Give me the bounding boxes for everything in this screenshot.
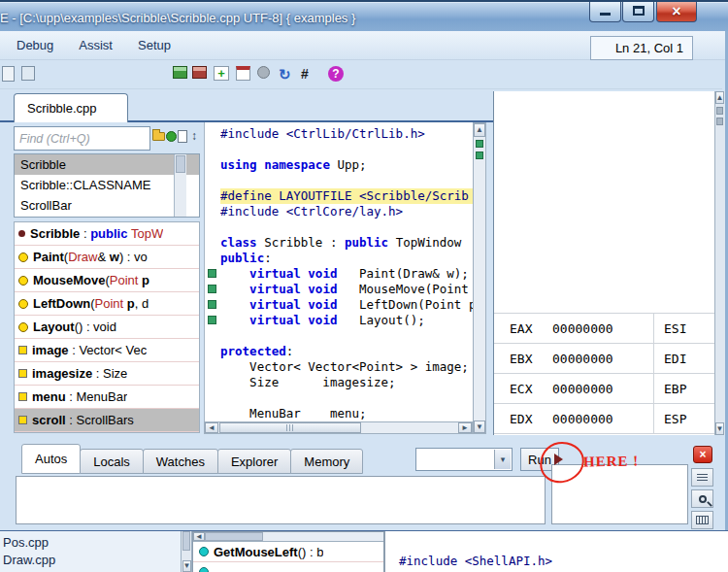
code-line[interactable] [205, 219, 473, 235]
register-row[interactable]: EDX00000000ESP [494, 404, 715, 434]
code-line[interactable]: virtual void MouseMove(Point p, dword); [205, 282, 473, 297]
symbol-list-item[interactable]: Scribble::CLASSNAME [15, 175, 199, 195]
hash-button[interactable]: # [301, 66, 309, 82]
menu-item-debug[interactable]: Debug [17, 38, 53, 52]
autos-list[interactable] [16, 476, 546, 524]
gutter-cell[interactable] [205, 282, 220, 297]
code-line[interactable] [205, 390, 473, 406]
gutter-cell[interactable] [205, 157, 220, 173]
folder-button[interactable] [151, 129, 165, 143]
add-table-button[interactable]: + [214, 66, 229, 81]
gutter-cell[interactable] [205, 297, 220, 313]
panel-scrollbar[interactable]: ▲ ▼ [714, 91, 728, 435]
register-row[interactable]: ECX00000000EBP [494, 374, 715, 404]
member-list-item[interactable]: imagesize : Size [15, 362, 199, 386]
code-line[interactable]: protected: [205, 344, 473, 359]
build-debug-button[interactable] [173, 66, 187, 79]
symbol-list-scrollbar[interactable] [174, 154, 186, 217]
gutter-cell[interactable] [205, 375, 220, 390]
code-line[interactable]: virtual void Layout(); [205, 313, 473, 328]
scroll-up-button[interactable]: ▲ [474, 123, 485, 137]
symbol-list-item[interactable]: Scribble [15, 154, 199, 175]
minimize-button[interactable] [589, 2, 621, 22]
menu-item-setup[interactable]: Setup [138, 38, 171, 52]
grip-button[interactable] [691, 468, 713, 487]
gutter-cell[interactable] [205, 359, 220, 375]
gutter-cell[interactable] [205, 219, 220, 235]
panel-close-button[interactable]: × [693, 446, 712, 463]
code-line[interactable] [205, 173, 473, 188]
scroll-down-button[interactable]: ▼ [182, 560, 191, 572]
ass ist-hscrollbar[interactable]: ◄ [193, 532, 383, 542]
scrollbar-thumb[interactable] [182, 531, 190, 551]
register-row[interactable]: EBX00000000EDI [494, 344, 715, 374]
chevron-down-icon[interactable]: ▾ [494, 450, 511, 469]
gutter-cell[interactable] [205, 204, 220, 219]
calendar-button[interactable] [236, 66, 250, 81]
member-list-item[interactable]: menu : MenuBar [15, 386, 199, 409]
tab-explorer[interactable]: Explorer [217, 449, 291, 474]
tab-scribble-cpp[interactable]: Scribble.cpp [14, 93, 128, 122]
member-list-item[interactable] [193, 562, 383, 572]
register-row[interactable]: EAX00000000ESI [494, 314, 715, 344]
code-line[interactable]: MenuBar menu; [205, 406, 473, 421]
tab-memory[interactable]: Memory [290, 449, 363, 474]
member-list-item[interactable]: GetMouseLeft() : b [193, 542, 383, 562]
scroll-left-button[interactable]: ◄ [205, 422, 218, 433]
code-line[interactable]: Size imagesize; [205, 375, 473, 390]
code-line[interactable]: Vector< Vector<Point> > image; [205, 359, 473, 375]
scroll-down-button[interactable]: ▼ [474, 421, 485, 433]
gutter-cell[interactable] [205, 344, 220, 359]
member-list-item[interactable]: image : Vector< Vec [15, 339, 199, 362]
tool-page-icon[interactable] [2, 66, 15, 82]
code-line[interactable]: using namespace Upp; [205, 157, 473, 173]
code-line[interactable]: #define LAYOUTFILE <Scribble/Scrib [205, 188, 473, 204]
memory-button[interactable] [691, 511, 713, 529]
run-disabled-button[interactable] [257, 66, 270, 79]
gutter-cell[interactable] [205, 251, 220, 266]
scroll-down-button[interactable]: ▼ [715, 422, 724, 435]
file-list-item[interactable]: Pos.cpp [0, 533, 181, 551]
zoom-button[interactable] [691, 489, 713, 508]
close-button[interactable]: × [656, 2, 697, 22]
gutter-cell[interactable] [205, 313, 220, 328]
editor-vscrollbar[interactable]: ▲ ▼ [473, 122, 486, 434]
member-list-item[interactable]: Paint(Draw& w) : vo [15, 246, 199, 269]
gutter-cell[interactable] [205, 235, 220, 251]
editor-hscrollbar[interactable]: ◄ ► [204, 421, 473, 434]
refresh-button[interactable]: ↻ [279, 66, 291, 84]
file-list-item[interactable]: Draw.cpp [0, 551, 181, 568]
code-line[interactable]: #include <CtrlLib/CtrlLib.h> [205, 126, 473, 142]
find-input[interactable] [14, 126, 150, 151]
scrollbar-thumb[interactable] [176, 155, 185, 173]
member-list-item[interactable]: MouseMove(Point p [15, 269, 199, 292]
gutter-cell[interactable] [205, 328, 220, 344]
gutter-cell[interactable] [205, 126, 220, 142]
scrollbar-thumb[interactable] [219, 422, 361, 433]
help-button[interactable]: ? [328, 66, 344, 82]
scroll-right-button[interactable]: ► [458, 422, 472, 433]
code-line[interactable] [205, 142, 473, 157]
tab-watches[interactable]: Watches [143, 449, 218, 474]
code-editor[interactable]: #include <CtrlLib/CtrlLib.h>using namesp… [204, 122, 473, 421]
scroll-left-button[interactable]: ◄ [193, 532, 205, 541]
member-list-item[interactable]: Scribble : public TopW [15, 222, 199, 246]
code-line[interactable]: #include <CtrlCore/lay.h> [205, 204, 473, 219]
symbol-list-item[interactable]: ScrollBar [15, 195, 199, 216]
member-list-item[interactable]: Layout() : void [15, 316, 199, 339]
code-line[interactable]: virtual void LeftDown(Point p, dword); [205, 297, 473, 313]
gutter-cell[interactable] [205, 406, 220, 421]
watch-dropdown[interactable]: ▾ [415, 448, 513, 471]
gutter-cell[interactable] [205, 390, 220, 406]
build-release-button[interactable] [192, 66, 207, 79]
gutter-cell[interactable] [205, 173, 220, 188]
sort-button[interactable]: ↕ [187, 129, 201, 143]
gutter-cell[interactable] [205, 266, 220, 282]
code-line[interactable]: class Scribble : public TopWindow [205, 235, 473, 251]
menu-item-assist[interactable]: Assist [79, 38, 113, 52]
member-list-item[interactable]: LeftDown(Point p, d [15, 292, 199, 316]
gutter-cell[interactable] [205, 142, 220, 157]
code-line[interactable]: public: [205, 251, 473, 266]
code-line[interactable] [205, 328, 473, 344]
scrollbar-thumb[interactable] [205, 532, 263, 541]
